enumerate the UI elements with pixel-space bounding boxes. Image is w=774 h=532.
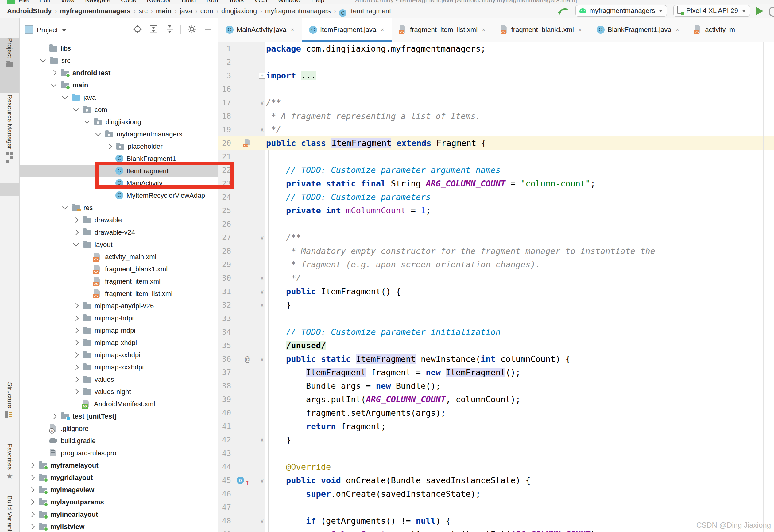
profiler-icon[interactable] — [769, 7, 774, 17]
code-line-26[interactable]: 26 — [218, 217, 774, 231]
fold-marker-icon[interactable]: ∧ — [259, 271, 266, 285]
tree-item-activity-main-xml[interactable]: <>activity_main.xml — [20, 251, 218, 263]
code-line-34[interactable]: 34 // TODO: Customize parameter initiali… — [218, 325, 774, 339]
chevron-right-icon[interactable] — [29, 462, 34, 468]
fold-marker-icon[interactable]: + — [259, 69, 266, 82]
tree-item-com[interactable]: com — [20, 104, 218, 116]
breadcrumb-item[interactable]: dingjiaxiong — [221, 4, 257, 18]
run-configuration-select[interactable]: myfragmentmanagers — [575, 5, 667, 17]
collapse-all-icon[interactable] — [164, 25, 175, 35]
code-line-25[interactable]: 25 private int mColumnCount = 1; — [218, 204, 774, 217]
tree-item-androidtest[interactable]: androidTest — [20, 67, 218, 79]
tree-item-drawable[interactable]: drawable — [20, 214, 218, 226]
fold-marker-icon[interactable]: ∨ — [259, 285, 266, 298]
menu-item-navigate[interactable]: Navigate — [85, 0, 110, 4]
code-line-41[interactable]: 41 return fragment; — [218, 420, 774, 433]
tree-item-src[interactable]: src — [20, 55, 218, 67]
editor-tab-activity-m[interactable]: activity_m — [687, 18, 742, 42]
chevron-right-icon[interactable] — [29, 524, 34, 529]
code-line-37[interactable]: 37 ItemFragment fragment = new ItemFragm… — [218, 366, 774, 379]
code-editor[interactable]: 1package com.dingjiaxiong.myfragmentmana… — [218, 42, 774, 532]
tree-item-java[interactable]: java — [20, 91, 218, 104]
chevron-right-icon[interactable] — [51, 70, 56, 75]
overriding-method-icon[interactable]: o↑ — [236, 474, 258, 487]
tree-item-fragment-item-xml[interactable]: <>fragment_item.xml — [20, 275, 218, 288]
code-line-36[interactable]: 36@∨ public static ItemFragment newInsta… — [218, 352, 774, 366]
menu-item-build[interactable]: Build — [182, 0, 196, 4]
editor-tab-blankfragment1-java[interactable]: BlankFragment1.java× — [589, 18, 687, 42]
tree-item-proguard-rules-pro[interactable]: proguard-rules.pro — [20, 447, 218, 459]
hide-panel-icon[interactable] — [203, 25, 213, 35]
menu-item-view[interactable]: View — [61, 0, 75, 4]
chevron-right-icon[interactable] — [106, 144, 112, 149]
fold-marker-icon[interactable]: ∨ — [259, 96, 266, 109]
code-line-46[interactable]: 46 super.onCreate(savedInstanceState); — [218, 487, 774, 501]
tree-item-mipmap-mdpi[interactable]: mipmap-mdpi — [20, 324, 218, 337]
code-line-19[interactable]: 19∧ */ — [218, 123, 774, 136]
tool-window-button-build-variants[interactable]: Build Variants — [0, 496, 19, 532]
menu-item-tools[interactable]: Tools — [229, 0, 244, 4]
menu-item-help[interactable]: Help — [311, 0, 324, 4]
sync-arrow-icon[interactable] — [557, 6, 569, 16]
chevron-down-icon[interactable] — [62, 204, 67, 209]
tree-item-mylayoutparams[interactable]: mylayoutparams — [20, 496, 218, 508]
tool-window-button-project[interactable]: Project — [0, 38, 19, 93]
tree-item-build-gradle[interactable]: build.gradle — [20, 435, 218, 447]
run-button[interactable] — [756, 7, 763, 15]
chevron-right-icon[interactable] — [73, 389, 78, 394]
tree-item-mylinearlayout[interactable]: mylinearlayout — [20, 508, 218, 521]
code-line-40[interactable]: 40 fragment.setArguments(args); — [218, 406, 774, 420]
code-line-35[interactable]: 35 /unused/ — [218, 339, 774, 352]
close-tab-icon[interactable]: × — [676, 26, 680, 33]
fold-marker-icon[interactable]: ∧ — [259, 298, 266, 312]
tree-item-values[interactable]: values — [20, 373, 218, 386]
chevron-right-icon[interactable] — [29, 487, 34, 492]
code-line-27[interactable]: 27∨ /** — [218, 231, 774, 244]
tree-item-mipmap-xxhdpi[interactable]: mipmap-xxhdpi — [20, 349, 218, 361]
breadcrumb-item[interactable]: src — [139, 4, 147, 18]
code-line-2[interactable]: 2 — [218, 55, 774, 69]
code-line-17[interactable]: 17∨/** — [218, 96, 774, 109]
tree-item-mylistview[interactable]: mylistview — [20, 521, 218, 532]
editor-tab-fragment-blank1-xml[interactable]: fragment_blank1.xml× — [493, 18, 589, 42]
code-line-1[interactable]: 1package com.dingjiaxiong.myfragmentmana… — [218, 42, 774, 55]
close-tab-icon[interactable]: × — [482, 26, 485, 33]
breadcrumb-item[interactable]: java — [180, 4, 192, 18]
chevron-right-icon[interactable] — [29, 499, 34, 505]
breadcrumb-item[interactable]: main — [156, 4, 171, 18]
menu-item-edit[interactable]: Edit — [39, 0, 50, 4]
chevron-right-icon[interactable] — [73, 340, 78, 345]
tree-item-main[interactable]: main — [20, 79, 218, 91]
editor-tab-fragment-item-list-xml[interactable]: fragment_item_list.xml× — [392, 18, 493, 42]
code-line-28[interactable]: 28 * Mandatory empty constructor for the… — [218, 244, 774, 258]
chevron-right-icon[interactable] — [73, 315, 78, 321]
tree-item-myitemrecyclerviewadap[interactable]: CMyItemRecyclerViewAdap — [20, 189, 218, 202]
fold-marker-icon[interactable]: ∧ — [259, 123, 266, 136]
chevron-down-icon[interactable] — [73, 241, 78, 246]
chevron-right-icon[interactable] — [73, 217, 78, 223]
tree-item-mipmap-xhdpi[interactable]: mipmap-xhdpi — [20, 337, 218, 349]
chevron-right-icon[interactable] — [73, 327, 78, 333]
code-line-42[interactable]: 42∧ } — [218, 433, 774, 447]
code-line-21[interactable]: 21 — [218, 150, 774, 163]
tool-window-button-favorites[interactable]: Favorites★ — [0, 443, 19, 491]
tree-item-mipmap-hdpi[interactable]: mipmap-hdpi — [20, 312, 218, 324]
chevron-right-icon[interactable] — [73, 364, 78, 370]
settings-gear-icon[interactable] — [186, 25, 197, 35]
code-line-49[interactable]: 49 mColumnCount = getArguments().getInt(… — [218, 528, 774, 532]
close-tab-icon[interactable]: × — [578, 26, 582, 33]
code-line-30[interactable]: 30∧ */ — [218, 271, 774, 285]
breadcrumb-item[interactable]: com — [201, 4, 213, 18]
chevron-right-icon[interactable] — [29, 475, 34, 480]
code-line-16[interactable]: 16 — [218, 82, 774, 96]
tree-item-myimageview[interactable]: myimageview — [20, 484, 218, 496]
chevron-down-icon[interactable] — [84, 118, 90, 124]
fold-marker-icon[interactable]: ∨ — [259, 514, 266, 528]
chevron-right-icon[interactable] — [73, 352, 78, 358]
tree-item-fragment-blank1-xml[interactable]: <>fragment_blank1.xml — [20, 263, 218, 275]
code-line-48[interactable]: 48∨ if (getArguments() != null) { — [218, 514, 774, 528]
code-line-43[interactable]: 43 — [218, 447, 774, 460]
code-line-23[interactable]: 23 private static final String ARG_COLUM… — [218, 177, 774, 190]
code-line-31[interactable]: 31∨ public ItemFragment() { — [218, 285, 774, 298]
chevron-right-icon[interactable] — [29, 511, 34, 517]
